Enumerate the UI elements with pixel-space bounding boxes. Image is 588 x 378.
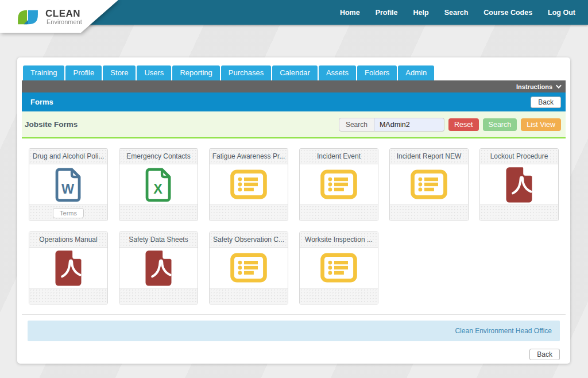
search-button[interactable]: Search bbox=[483, 118, 517, 131]
tab-purchases[interactable]: Purchases bbox=[221, 65, 271, 80]
form-list-icon bbox=[320, 169, 357, 199]
brand-subtitle: Environment bbox=[45, 18, 82, 25]
form-list-icon bbox=[230, 169, 267, 199]
search-input-group: Search bbox=[339, 118, 444, 132]
nav-item-home[interactable]: Home bbox=[340, 9, 360, 17]
pdf-file-icon bbox=[504, 166, 535, 203]
back-button-bottom[interactable]: Back bbox=[529, 349, 560, 360]
clean-environment-logo-icon bbox=[16, 8, 41, 26]
form-card[interactable]: Incident Report NEW bbox=[389, 148, 469, 221]
svg-text:X: X bbox=[153, 182, 163, 196]
search-label: Search bbox=[339, 118, 374, 132]
form-card[interactable]: Fatigue Awareness Pr... bbox=[209, 148, 288, 221]
chevron-down-icon bbox=[556, 83, 562, 88]
brand-name: CLEAN bbox=[45, 9, 82, 18]
form-list-icon bbox=[320, 253, 357, 283]
forms-title: Forms bbox=[30, 98, 53, 106]
form-card-title: Emergency Contacts bbox=[126, 152, 190, 160]
tabs-row: TrainingProfileStoreUsersReportingPurcha… bbox=[23, 65, 566, 80]
tab-profile[interactable]: Profile bbox=[65, 65, 102, 80]
form-card[interactable]: Operations Manual bbox=[29, 232, 108, 304]
word-file-icon: W bbox=[53, 167, 83, 202]
form-card[interactable]: Incident Event bbox=[299, 148, 378, 221]
page-title: Jobsite Forms bbox=[25, 120, 78, 129]
nav-item-help[interactable]: Help bbox=[413, 9, 429, 17]
form-card-title: Safety Data Sheets bbox=[129, 236, 188, 244]
reset-button[interactable]: Reset bbox=[448, 118, 479, 131]
form-card[interactable]: Worksite Inspection ... bbox=[299, 232, 378, 304]
forms-header-bar: Forms Back bbox=[22, 92, 566, 111]
form-list-icon bbox=[411, 169, 447, 199]
search-input[interactable] bbox=[374, 118, 444, 132]
logo-plate: CLEAN Environment bbox=[0, 0, 136, 33]
form-card-title: Worksite Inspection ... bbox=[305, 236, 373, 244]
form-card[interactable]: Safety Observation C... bbox=[209, 232, 288, 304]
instructions-label: Instructions bbox=[516, 83, 552, 90]
form-card[interactable]: Emergency Contacts X bbox=[119, 148, 198, 221]
form-card-title: Incident Event bbox=[317, 152, 361, 160]
form-card-title: Fatigue Awareness Pr... bbox=[212, 152, 285, 160]
office-info-bar: Clean Environment Head Office bbox=[28, 321, 560, 341]
back-button-top[interactable]: Back bbox=[531, 97, 561, 108]
form-card-title: Safety Observation C... bbox=[213, 236, 284, 244]
form-card-title: Drug and Alcohol Poli... bbox=[33, 152, 105, 160]
form-card[interactable]: Safety Data Sheets bbox=[119, 232, 198, 304]
tab-calendar[interactable]: Calendar bbox=[272, 65, 318, 80]
form-card-title: Incident Report NEW bbox=[397, 152, 462, 160]
nav-item-log-out[interactable]: Log Out bbox=[548, 9, 575, 17]
tab-training[interactable]: Training bbox=[23, 65, 64, 80]
forms-cards-section: Drug and Alcohol Poli... W Terms Emergen… bbox=[22, 138, 566, 315]
tab-reporting[interactable]: Reporting bbox=[172, 65, 219, 80]
form-card[interactable]: Lockout Procedure bbox=[479, 148, 559, 221]
nav-item-course-codes[interactable]: Course Codes bbox=[483, 9, 532, 17]
brand-text: CLEAN Environment bbox=[45, 9, 82, 25]
tab-assets[interactable]: Assets bbox=[319, 65, 356, 80]
tab-users[interactable]: Users bbox=[137, 65, 171, 80]
nav-item-search[interactable]: Search bbox=[444, 9, 469, 17]
pdf-file-icon bbox=[53, 249, 84, 286]
list-view-button[interactable]: List View bbox=[521, 118, 561, 131]
svg-text:W: W bbox=[61, 182, 75, 196]
form-list-icon bbox=[230, 253, 267, 283]
form-card[interactable]: Drug and Alcohol Poli... W Terms bbox=[29, 148, 108, 221]
form-card-title: Operations Manual bbox=[39, 236, 97, 244]
tab-admin[interactable]: Admin bbox=[398, 65, 434, 80]
main-panel: TrainingProfileStoreUsersReportingPurcha… bbox=[17, 57, 570, 364]
form-card-title: Lockout Procedure bbox=[490, 152, 548, 160]
head-office-link[interactable]: Clean Environment Head Office bbox=[455, 327, 552, 335]
pdf-file-icon bbox=[143, 249, 174, 286]
top-nav: HomeProfileHelpSearchCourse CodesLog Out bbox=[340, 0, 575, 25]
cards-grid: Drug and Alcohol Poli... W Terms Emergen… bbox=[29, 148, 559, 304]
panel-footer: Clean Environment Head Office Back bbox=[22, 315, 566, 361]
jobsite-forms-subheader: Jobsite Forms Search Reset Search List V… bbox=[22, 111, 566, 138]
instructions-bar[interactable]: Instructions bbox=[22, 80, 566, 92]
back-row: Back bbox=[28, 341, 560, 361]
app-header: HomeProfileHelpSearchCourse CodesLog Out… bbox=[0, 0, 588, 25]
tab-store[interactable]: Store bbox=[103, 65, 136, 80]
excel-file-icon: X bbox=[144, 167, 173, 202]
search-controls: Search Reset Search List View bbox=[339, 118, 561, 132]
nav-item-profile[interactable]: Profile bbox=[376, 9, 398, 17]
terms-button[interactable]: Terms bbox=[53, 208, 84, 218]
tab-folders[interactable]: Folders bbox=[357, 65, 397, 80]
